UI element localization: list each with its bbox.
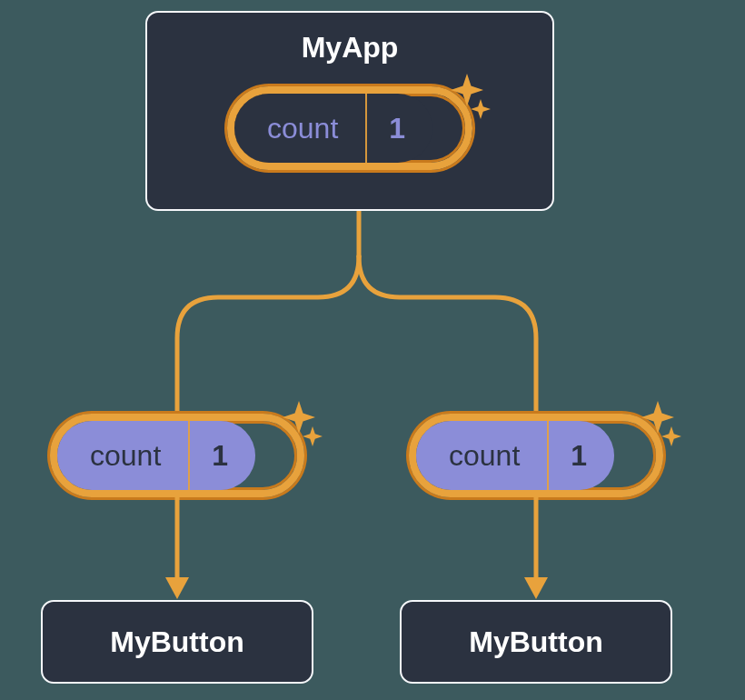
child-component-box-left: MyButton (41, 600, 313, 684)
connector-branch (0, 211, 745, 415)
child-component-title: MyButton (110, 625, 244, 659)
prop-pill-right-wrap: count 1 (409, 414, 663, 497)
prop-pill-value: 1 (547, 421, 614, 490)
root-component-box: MyApp count 1 (145, 11, 554, 211)
state-pill-value: 1 (365, 94, 432, 163)
sparkle-icon (632, 401, 687, 455)
root-component-title: MyApp (302, 31, 399, 65)
connector-arrow-left (154, 497, 200, 603)
sparkle-icon (442, 74, 496, 128)
child-component-box-right: MyButton (400, 600, 672, 684)
state-pill-label: count (234, 94, 365, 163)
prop-pill-left: count 1 (50, 414, 304, 497)
svg-marker-2 (165, 577, 189, 599)
prop-pill-label: count (416, 421, 547, 490)
prop-pill-value: 1 (188, 421, 255, 490)
child-component-title: MyButton (469, 625, 603, 659)
sparkle-icon (273, 401, 328, 455)
prop-pill-left-wrap: count 1 (50, 414, 304, 497)
connector-arrow-right (513, 497, 559, 603)
prop-pill-label: count (57, 421, 188, 490)
state-pill-root: count 1 (227, 86, 472, 170)
svg-marker-4 (524, 577, 548, 599)
prop-pill-right: count 1 (409, 414, 663, 497)
